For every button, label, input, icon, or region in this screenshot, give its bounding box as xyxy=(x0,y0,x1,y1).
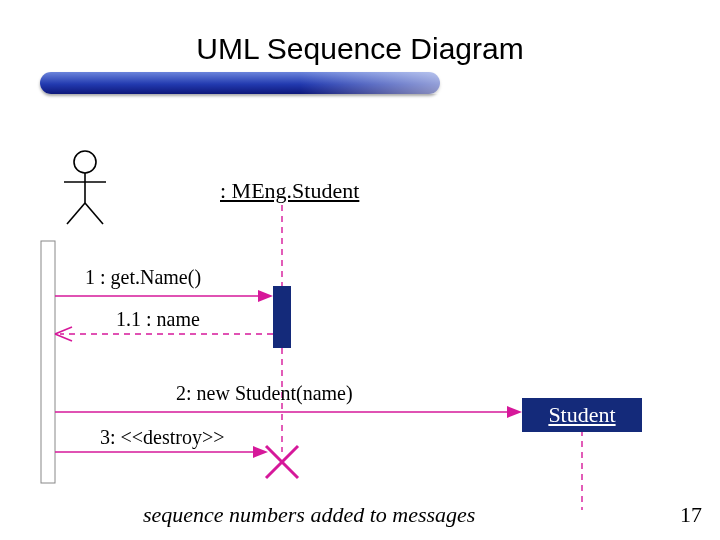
msg3-label: 3: <<destroy>> xyxy=(100,426,225,449)
svg-line-7 xyxy=(55,334,72,341)
msg2-arrowhead xyxy=(507,406,522,418)
object-student-label: Student xyxy=(548,402,615,427)
svg-point-0 xyxy=(74,151,96,173)
msg1-arrowhead xyxy=(258,290,273,302)
msg1-label: 1 : get.Name() xyxy=(85,266,201,289)
actor-activation xyxy=(41,241,55,483)
actor-icon xyxy=(64,151,106,224)
svg-line-6 xyxy=(55,327,72,334)
svg-line-3 xyxy=(67,203,85,224)
svg-line-4 xyxy=(85,203,103,224)
activation-meng xyxy=(273,286,291,348)
object-meng-label: : MEng.Student xyxy=(220,178,359,204)
slide: { "title": "UML Sequence Diagram", "obje… xyxy=(0,0,720,540)
msg1_1-label: 1.1 : name xyxy=(116,308,200,331)
caption: sequence numbers added to messages xyxy=(143,502,475,528)
slide-number: 17 xyxy=(680,502,702,528)
object-student-box: Student xyxy=(522,398,642,432)
msg2-label: 2: new Student(name) xyxy=(176,382,353,405)
